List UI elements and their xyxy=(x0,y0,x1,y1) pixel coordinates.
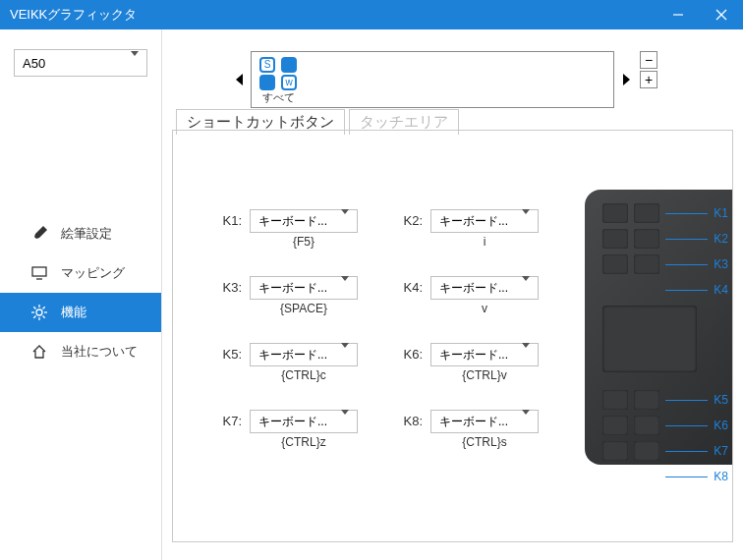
k8-value: {CTRL}s xyxy=(430,435,539,449)
app-all-label: すべて xyxy=(257,90,299,105)
k8-select[interactable]: キーボード... xyxy=(430,410,539,433)
nav-label: 機能 xyxy=(61,304,86,321)
device-select[interactable]: A50 xyxy=(14,49,147,77)
chevron-down-icon xyxy=(341,281,349,295)
nav-function[interactable]: 機能 xyxy=(0,293,161,332)
chevron-down-icon xyxy=(341,214,349,228)
nav-pen-settings[interactable]: 絵筆設定 xyxy=(0,214,161,253)
chevron-down-icon xyxy=(522,415,530,428)
svg-line-13 xyxy=(33,316,35,318)
k5-label: K5: xyxy=(212,343,242,362)
k3-select[interactable]: キーボード... xyxy=(250,276,358,300)
monitor-icon xyxy=(31,265,47,281)
nav-about[interactable]: 当社について xyxy=(0,332,161,371)
svg-line-10 xyxy=(33,307,35,308)
k4-label: K4: xyxy=(393,276,423,295)
chevron-down-icon xyxy=(341,348,349,362)
gear-icon xyxy=(31,305,47,320)
touchpad-icon xyxy=(602,306,697,372)
shortcut-panel: K1: キーボード... {F5} K2: キーボード... i K3: xyxy=(172,130,733,542)
add-app-button[interactable]: + xyxy=(640,71,657,88)
tab-label: ショートカットボタン xyxy=(187,113,334,130)
arrow-right-icon xyxy=(623,74,630,85)
chevron-down-icon xyxy=(131,56,139,71)
pen-icon xyxy=(31,226,47,242)
k1-select[interactable]: キーボード... xyxy=(250,209,358,233)
k7-select[interactable]: キーボード... xyxy=(250,410,358,433)
k2-value: i xyxy=(430,235,539,249)
all-apps-icon: Sw xyxy=(259,57,297,90)
k6-label: K6: xyxy=(393,343,423,362)
k4-select[interactable]: キーボード... xyxy=(430,276,539,300)
k5-value: {CTRL}c xyxy=(250,368,358,382)
minimize-button[interactable] xyxy=(657,0,700,29)
device-select-value: A50 xyxy=(23,56,45,71)
svg-point-5 xyxy=(36,309,42,315)
k1-label: K1: xyxy=(212,209,242,228)
k2-select[interactable]: キーボード... xyxy=(430,209,539,233)
home-icon xyxy=(31,344,47,360)
k8-label: K8: xyxy=(393,410,423,428)
close-button[interactable] xyxy=(700,0,743,29)
nav-label: 絵筆設定 xyxy=(61,225,112,243)
k4-value: v xyxy=(430,302,539,315)
chevron-down-icon xyxy=(522,214,530,228)
tab-label: タッチエリア xyxy=(360,113,448,130)
app-next-button[interactable] xyxy=(618,51,634,108)
k6-value: {CTRL}v xyxy=(430,368,539,382)
content: Sw すべて − + ショートカットボタン タッチエリア K1: xyxy=(162,29,743,560)
app-list: Sw すべて xyxy=(251,51,614,108)
titlebar: VEIKKグラフィックタ xyxy=(0,0,743,29)
chevron-down-icon xyxy=(522,281,530,295)
svg-line-11 xyxy=(43,316,45,318)
sidebar: A50 絵筆設定 マッピング 機能 xyxy=(0,29,162,560)
k5-select[interactable]: キーボード... xyxy=(250,343,358,366)
svg-line-12 xyxy=(43,307,45,308)
k7-label: K7: xyxy=(212,410,242,428)
k1-value: {F5} xyxy=(250,235,358,249)
nav-mapping[interactable]: マッピング xyxy=(0,253,161,293)
arrow-left-icon xyxy=(236,74,243,85)
nav-label: 当社について xyxy=(61,343,138,361)
k3-label: K3: xyxy=(212,276,242,295)
remove-app-button[interactable]: − xyxy=(640,51,657,69)
app-prev-button[interactable] xyxy=(231,51,247,108)
app-all[interactable]: Sw すべて xyxy=(257,55,299,105)
k7-value: {CTRL}z xyxy=(250,435,358,449)
k3-value: {SPACE} xyxy=(250,302,358,315)
tablet-diagram: K1 K2 K3 K4 K5 K6 K7 K8 xyxy=(585,190,732,465)
chevron-down-icon xyxy=(341,415,349,428)
k6-select[interactable]: キーボード... xyxy=(430,343,539,366)
svg-rect-3 xyxy=(32,267,46,276)
window-title: VEIKKグラフィックタ xyxy=(10,6,137,24)
nav-label: マッピング xyxy=(61,264,125,282)
chevron-down-icon xyxy=(522,348,530,362)
k2-label: K2: xyxy=(393,209,423,228)
